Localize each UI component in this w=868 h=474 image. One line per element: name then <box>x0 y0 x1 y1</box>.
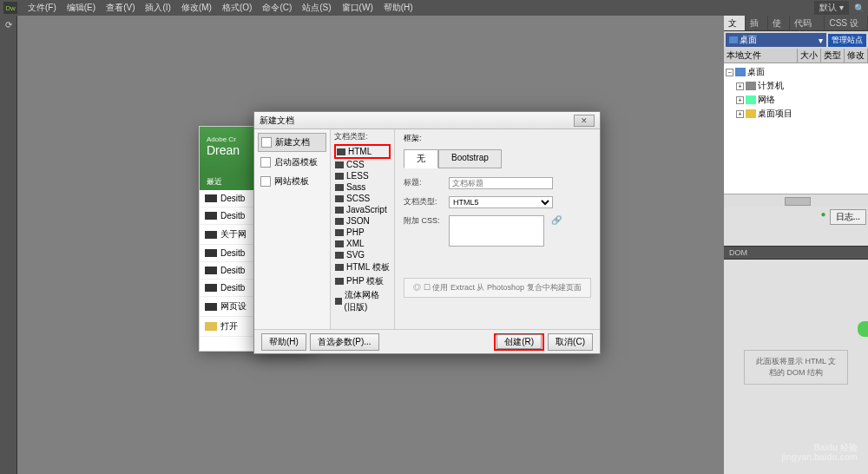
cat-new-document[interactable]: 新建文档 <box>258 133 326 152</box>
menu-file[interactable]: 文件(F) <box>23 2 62 14</box>
dom-empty-message: 此面板将显示 HTML 文档的 DOM 结构 <box>744 350 848 385</box>
site-dropdown[interactable]: 桌面▾ <box>726 33 826 47</box>
filetype-scss[interactable]: SCSS <box>334 193 391 204</box>
tab-behaviors[interactable]: 使用 <box>768 16 790 30</box>
tab-css-designer[interactable]: CSS 设计器 <box>825 16 868 30</box>
menu-help[interactable]: 帮助(H) <box>378 2 418 14</box>
filetype-php[interactable]: PHP <box>334 227 391 238</box>
create-button[interactable]: 创建(R) <box>496 334 542 349</box>
menu-view[interactable]: 查看(V) <box>101 2 140 14</box>
right-panel: 文件 插入 使用 代码片断 CSS 设计器 桌面▾ 管理站点 本地文件 大小 类… <box>724 16 868 474</box>
tab-none[interactable]: 无 <box>404 149 438 168</box>
filetype-javascript[interactable]: JavaScript <box>334 204 391 215</box>
filetype-html[interactable]: HTML <box>334 144 391 159</box>
feedback-tab[interactable] <box>858 321 868 337</box>
filetype-svg[interactable]: SVG <box>334 249 391 260</box>
menu-window[interactable]: 窗口(W) <box>337 2 378 14</box>
tree-item-network: 网络 <box>758 94 775 106</box>
tool-icon[interactable]: ⟳ <box>2 17 16 31</box>
tree-item-computer: 计算机 <box>758 80 784 92</box>
menu-insert[interactable]: 插入(I) <box>140 2 175 14</box>
css-label: 附加 CSS: <box>404 215 442 227</box>
filetype-sass[interactable]: Sass <box>334 181 391 193</box>
search-icon[interactable]: 🔍 <box>854 3 865 13</box>
css-attach[interactable] <box>449 215 544 247</box>
expand-icon[interactable]: + <box>736 82 744 90</box>
collapse-icon[interactable]: − <box>726 69 733 76</box>
menubar: Dw 文件(F) 编辑(E) 查看(V) 插入(I) 修改(M) 格式(O) 命… <box>0 0 868 16</box>
menu-edit[interactable]: 编辑(E) <box>62 2 101 14</box>
filetype-php-template[interactable]: PHP 模板 <box>334 274 391 288</box>
cat-site-templates[interactable]: 网站模板 <box>258 173 326 190</box>
doctype-select[interactable]: HTML5 <box>449 196 553 208</box>
category-pane: 新建文档 启动器模板 网站模板 <box>254 129 331 329</box>
dialog-title: 新建文档 <box>260 115 574 127</box>
tab-snippets[interactable]: 代码片断 <box>790 16 825 30</box>
expand-icon[interactable]: + <box>736 110 744 118</box>
tab-bootstrap[interactable]: Bootstrap <box>438 149 502 168</box>
doctype-list-header: 文档类型: <box>334 131 391 142</box>
filetype-json[interactable]: JSON <box>334 215 391 227</box>
filetype-css[interactable]: CSS <box>334 159 391 170</box>
doctype-label: 文档类型: <box>404 196 442 207</box>
manage-sites[interactable]: 管理站点 <box>828 34 866 47</box>
app-logo: Dw <box>3 2 17 14</box>
filetype-fluid[interactable]: 流体网格 (旧版) <box>334 288 391 314</box>
log-button[interactable]: 日志... <box>830 209 866 225</box>
h-scrollbar[interactable] <box>724 194 868 207</box>
tree-item-desktop: 桌面项目 <box>758 108 792 120</box>
workspace-dropdown[interactable]: 默认 ▾ <box>814 1 849 15</box>
menu-format[interactable]: 格式(O) <box>217 2 257 14</box>
new-document-dialog: 新建文档 ✕ 新建文档 启动器模板 网站模板 文档类型: HTML CSS LE… <box>253 111 601 354</box>
col-size[interactable]: 大小 <box>798 49 821 63</box>
prefs-button[interactable]: 首选参数(P)... <box>310 333 379 351</box>
cat-starter-templates[interactable]: 启动器模板 <box>258 154 326 171</box>
left-toolstrip: ⟳ <box>0 16 17 474</box>
file-tree[interactable]: −桌面 +计算机 +网络 +桌面项目 <box>724 63 868 194</box>
doctype-list: 文档类型: HTML CSS LESS Sass SCSS JavaScript… <box>331 129 395 329</box>
col-modified[interactable]: 修改 <box>845 49 868 63</box>
title-input[interactable] <box>449 177 553 189</box>
cancel-button[interactable]: 取消(C) <box>548 333 593 351</box>
ready-icon: ● <box>821 209 826 225</box>
tab-files[interactable]: 文件 <box>724 16 746 30</box>
extract-hint[interactable]: ◎ ☐ 使用 Extract 从 Photoshop 复合中构建页面 <box>404 278 591 298</box>
col-localfile[interactable]: 本地文件 <box>724 49 798 63</box>
filetype-xml[interactable]: XML <box>334 238 391 249</box>
expand-icon[interactable]: + <box>736 96 744 104</box>
link-icon[interactable]: 🔗 <box>551 215 560 224</box>
filetype-less[interactable]: LESS <box>334 170 391 181</box>
dialog-titlebar[interactable]: 新建文档 ✕ <box>254 112 600 129</box>
help-button[interactable]: 帮助(H) <box>261 333 306 351</box>
menu-site[interactable]: 站点(S) <box>297 2 336 14</box>
col-type[interactable]: 类型 <box>821 49 845 63</box>
framework-header: 框架: <box>404 133 591 144</box>
close-icon[interactable]: ✕ <box>574 115 595 127</box>
tab-insert[interactable]: 插入 <box>746 16 767 30</box>
dom-panel-header[interactable]: DOM <box>724 246 868 260</box>
tree-root: 桌面 <box>747 66 765 78</box>
title-label: 标题: <box>404 177 442 188</box>
menu-modify[interactable]: 修改(M) <box>176 2 217 14</box>
menu-commands[interactable]: 命令(C) <box>257 2 297 14</box>
options-pane: 框架: 无 Bootstrap 标题: 文档类型: HTML5 附加 CSS: … <box>395 129 600 329</box>
filetype-html-template[interactable]: HTML 模板 <box>334 260 391 274</box>
